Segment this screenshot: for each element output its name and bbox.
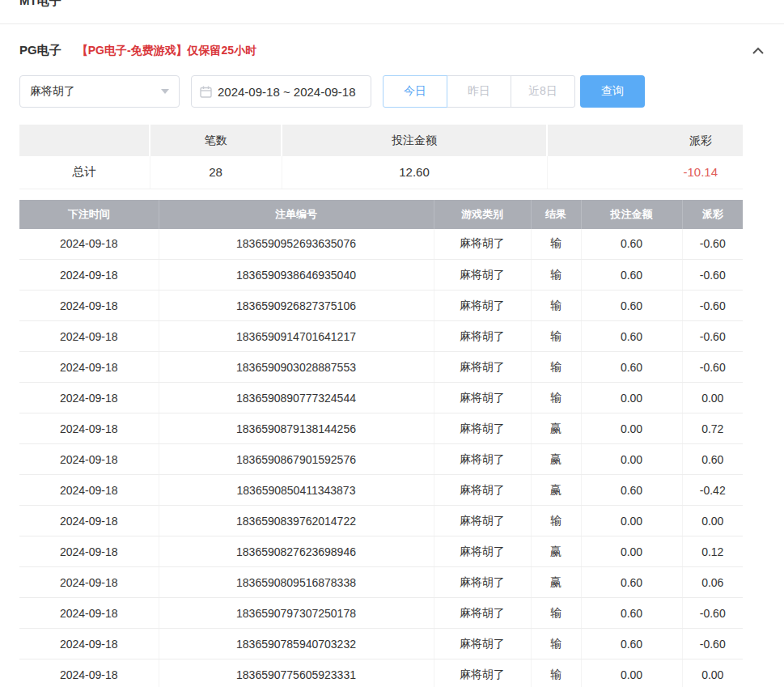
table-row: 2024-09-181836590827623698946麻将胡了赢0.000.… bbox=[19, 536, 743, 567]
result-cell: 赢 bbox=[531, 413, 581, 444]
bet-amount-cell: 0.60 bbox=[581, 321, 682, 352]
game-type-cell: 麻将胡了 bbox=[434, 659, 531, 687]
game-type-cell: 麻将胡了 bbox=[434, 598, 531, 629]
bet-id-cell: 1836590879138144256 bbox=[159, 413, 434, 444]
table-row: 2024-09-181836590914701641217麻将胡了输0.60-0… bbox=[19, 321, 743, 352]
result-cell: 输 bbox=[531, 260, 581, 290]
header-payout: 派彩 bbox=[682, 200, 743, 229]
bet-time-cell: 2024-09-18 bbox=[19, 475, 159, 506]
result-cell: 赢 bbox=[531, 567, 581, 598]
payout-cell: 0.60 bbox=[682, 444, 743, 475]
result-cell: 赢 bbox=[531, 444, 581, 475]
header-bet-id: 注单编号 bbox=[159, 200, 434, 229]
bet-id-cell: 1836590839762014722 bbox=[159, 506, 434, 536]
game-type-cell: 麻将胡了 bbox=[434, 444, 531, 475]
date-range-input[interactable]: 2024-09-18 ~ 2024-09-18 bbox=[191, 75, 371, 108]
summary-total-label: 总计 bbox=[19, 156, 150, 189]
bet-table: 下注时间 注单编号 游戏类别 结果 投注金额 派彩 2024-09-181836… bbox=[19, 200, 743, 687]
table-row: 2024-09-181836590785940703232麻将胡了输0.60-0… bbox=[19, 629, 743, 659]
header-bet-amount: 投注金额 bbox=[581, 200, 682, 229]
bet-amount-cell: 0.60 bbox=[581, 598, 682, 629]
game-type-cell: 麻将胡了 bbox=[434, 629, 531, 659]
game-type-cell: 麻将胡了 bbox=[434, 290, 531, 321]
header-result: 结果 bbox=[531, 200, 581, 229]
table-row: 2024-09-181836590839762014722麻将胡了输0.000.… bbox=[19, 506, 743, 536]
bet-id-cell: 1836590827623698946 bbox=[159, 536, 434, 567]
payout-cell: -0.60 bbox=[682, 321, 743, 352]
game-type-cell: 麻将胡了 bbox=[434, 413, 531, 444]
result-cell: 输 bbox=[531, 229, 581, 260]
result-cell: 输 bbox=[531, 290, 581, 321]
table-row: 2024-09-181836590938646935040麻将胡了输0.60-0… bbox=[19, 260, 743, 290]
collapse-chevron-up-icon[interactable] bbox=[752, 46, 765, 56]
bet-id-cell: 1836590797307250178 bbox=[159, 598, 434, 629]
section-mt-title[interactable]: MT电子 bbox=[19, 0, 61, 9]
table-row: 2024-09-181836590879138144256麻将胡了赢0.000.… bbox=[19, 413, 743, 444]
quick-button-yesterday[interactable]: 昨日 bbox=[447, 75, 511, 108]
table-row: 2024-09-181836590850411343873麻将胡了赢0.60-0… bbox=[19, 475, 743, 506]
bet-time-cell: 2024-09-18 bbox=[19, 444, 159, 475]
header-game-type: 游戏类别 bbox=[434, 200, 531, 229]
summary-table: 笔数 投注金额 派彩 总计 28 12.60 -10.14 bbox=[19, 125, 743, 189]
game-type-cell: 麻将胡了 bbox=[434, 321, 531, 352]
payout-cell: 0.72 bbox=[682, 413, 743, 444]
table-row: 2024-09-181836590797307250178麻将胡了输0.60-0… bbox=[19, 598, 743, 629]
game-type-cell: 麻将胡了 bbox=[434, 229, 531, 260]
bet-amount-cell: 0.60 bbox=[581, 290, 682, 321]
result-cell: 输 bbox=[531, 506, 581, 536]
header-bet-time: 下注时间 bbox=[19, 200, 159, 229]
summary-header-empty bbox=[19, 125, 150, 156]
bet-id-cell: 1836590809516878338 bbox=[159, 567, 434, 598]
bet-time-cell: 2024-09-18 bbox=[19, 321, 159, 352]
payout-cell: 0.06 bbox=[682, 567, 743, 598]
search-button[interactable]: 查询 bbox=[580, 75, 645, 108]
game-type-cell: 麻将胡了 bbox=[434, 260, 531, 290]
game-select[interactable]: 麻将胡了 bbox=[19, 75, 180, 108]
payout-cell: -0.60 bbox=[682, 598, 743, 629]
payout-cell: -0.60 bbox=[682, 352, 743, 383]
result-cell: 输 bbox=[531, 629, 581, 659]
result-cell: 输 bbox=[531, 321, 581, 352]
table-row: 2024-09-181836590903028887553麻将胡了输0.60-0… bbox=[19, 352, 743, 383]
bet-amount-cell: 0.00 bbox=[581, 413, 682, 444]
result-cell: 输 bbox=[531, 352, 581, 383]
bet-id-cell: 1836590890777324544 bbox=[159, 383, 434, 413]
bet-time-cell: 2024-09-18 bbox=[19, 352, 159, 383]
payout-cell: 0.12 bbox=[682, 536, 743, 567]
summary-payout-value: -10.14 bbox=[547, 156, 743, 189]
section-pg-notice: 【PG电子-免费游戏】仅保留25小时 bbox=[77, 44, 256, 58]
bet-id-cell: 1836590938646935040 bbox=[159, 260, 434, 290]
bet-amount-cell: 0.60 bbox=[581, 229, 682, 260]
result-cell: 输 bbox=[531, 383, 581, 413]
quick-button-last8days[interactable]: 近8日 bbox=[511, 75, 575, 108]
game-type-cell: 麻将胡了 bbox=[434, 506, 531, 536]
result-cell: 赢 bbox=[531, 536, 581, 567]
bet-amount-cell: 0.60 bbox=[581, 629, 682, 659]
bet-amount-cell: 0.00 bbox=[581, 444, 682, 475]
bet-table-body: 2024-09-181836590952693635076麻将胡了输0.60-0… bbox=[19, 229, 743, 687]
summary-header-payout: 派彩 bbox=[547, 125, 743, 156]
table-row: 2024-09-181836590809516878338麻将胡了赢0.600.… bbox=[19, 567, 743, 598]
game-type-cell: 麻将胡了 bbox=[434, 383, 531, 413]
game-type-cell: 麻将胡了 bbox=[434, 567, 531, 598]
bet-time-cell: 2024-09-18 bbox=[19, 290, 159, 321]
date-range-value: 2024-09-18 ~ 2024-09-18 bbox=[218, 85, 356, 99]
section-pg: PG电子 【PG电子-免费游戏】仅保留25小时 麻将胡了 2024-09-18 … bbox=[0, 24, 784, 687]
result-cell: 输 bbox=[531, 598, 581, 629]
table-row: 2024-09-181836590952693635076麻将胡了输0.60-0… bbox=[19, 229, 743, 260]
table-row: 2024-09-181836590926827375106麻将胡了输0.60-0… bbox=[19, 290, 743, 321]
filter-bar: 麻将胡了 2024-09-18 ~ 2024-09-18 今日昨日近8日 查询 bbox=[0, 58, 784, 108]
bet-id-cell: 1836590914701641217 bbox=[159, 321, 434, 352]
report-page: MT电子 PG电子 【PG电子-免费游戏】仅保留25小时 麻将胡了 2024-0… bbox=[0, 0, 784, 687]
summary-header-bet-amount: 投注金额 bbox=[282, 125, 547, 156]
bet-id-cell: 1836590952693635076 bbox=[159, 229, 434, 260]
game-type-cell: 麻将胡了 bbox=[434, 475, 531, 506]
bet-time-cell: 2024-09-18 bbox=[19, 629, 159, 659]
game-type-cell: 麻将胡了 bbox=[434, 536, 531, 567]
bet-id-cell: 1836590850411343873 bbox=[159, 475, 434, 506]
summary-header-row: 笔数 投注金额 派彩 bbox=[19, 125, 743, 156]
bet-time-cell: 2024-09-18 bbox=[19, 536, 159, 567]
bet-time-cell: 2024-09-18 bbox=[19, 598, 159, 629]
payout-cell: 0.00 bbox=[682, 383, 743, 413]
quick-button-today[interactable]: 今日 bbox=[383, 75, 447, 108]
